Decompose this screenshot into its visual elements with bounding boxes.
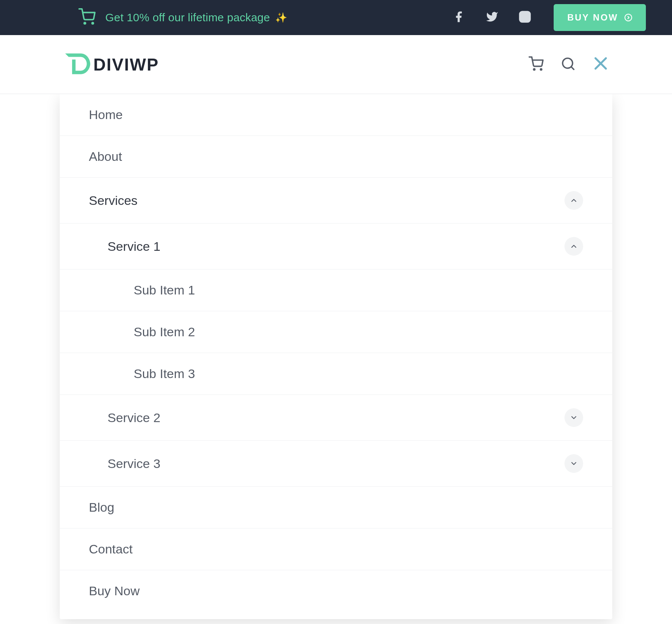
site-header: DIVIWP	[0, 35, 672, 94]
chevron-up-icon[interactable]	[564, 237, 583, 256]
logo-text: DIVIWP	[93, 54, 159, 75]
menu-item-label: Home	[89, 107, 123, 122]
menu-item-label: Buy Now	[89, 584, 140, 598]
menu-item-service-3[interactable]: Service 3	[60, 441, 612, 487]
menu-item-label: Blog	[89, 500, 114, 515]
menu-item-about[interactable]: About	[60, 136, 612, 178]
menu-item-label: Service 1	[108, 239, 161, 254]
promo-text[interactable]: Get 10% off our lifetime package	[105, 11, 270, 24]
menu-item-label: About	[89, 149, 122, 164]
menu-item-label: Service 3	[108, 456, 161, 471]
menu-item-label: Sub Item 3	[134, 366, 195, 381]
buy-now-label: BUY NOW	[567, 12, 618, 23]
svg-point-1	[92, 22, 93, 24]
mobile-menu-panel: Home About Services Service 1 Sub Item 1…	[60, 94, 612, 619]
menu-item-home[interactable]: Home	[60, 94, 612, 136]
menu-item-label: Sub Item 1	[134, 283, 195, 297]
promo-topbar: Get 10% off our lifetime package ✨ BUY N…	[0, 0, 672, 35]
svg-point-0	[84, 22, 85, 24]
buy-now-button[interactable]: BUY NOW	[554, 4, 646, 31]
menu-item-blog[interactable]: Blog	[60, 487, 612, 528]
search-icon[interactable]	[561, 56, 576, 73]
svg-point-6	[541, 69, 542, 70]
chevron-down-icon[interactable]	[564, 408, 583, 427]
chevron-down-icon[interactable]	[564, 454, 583, 473]
menu-item-label: Sub Item 2	[134, 325, 195, 339]
header-cart-icon[interactable]	[529, 56, 544, 73]
logo-mark-icon	[63, 50, 91, 79]
chevron-up-icon[interactable]	[564, 191, 583, 210]
instagram-icon[interactable]	[519, 10, 531, 25]
menu-item-service-2[interactable]: Service 2	[60, 395, 612, 441]
facebook-icon[interactable]	[453, 10, 466, 25]
svg-line-8	[571, 66, 574, 69]
menu-item-label: Service 2	[108, 411, 161, 425]
cart-icon	[78, 8, 96, 27]
svg-point-4	[625, 14, 632, 21]
menu-item-label: Services	[89, 193, 137, 208]
sparkle-icon: ✨	[275, 12, 287, 24]
menu-item-buy-now[interactable]: Buy Now	[60, 570, 612, 612]
close-menu-icon[interactable]	[593, 55, 609, 74]
svg-point-5	[533, 69, 535, 70]
menu-item-sub-2[interactable]: Sub Item 2	[60, 311, 612, 353]
menu-item-sub-1[interactable]: Sub Item 1	[60, 269, 612, 311]
menu-item-service-1[interactable]: Service 1	[60, 224, 612, 269]
menu-item-label: Contact	[89, 542, 133, 556]
site-logo[interactable]: DIVIWP	[63, 50, 159, 79]
menu-item-contact[interactable]: Contact	[60, 528, 612, 570]
twitter-icon[interactable]	[486, 10, 498, 25]
menu-item-sub-3[interactable]: Sub Item 3	[60, 353, 612, 395]
menu-item-services[interactable]: Services	[60, 178, 612, 224]
